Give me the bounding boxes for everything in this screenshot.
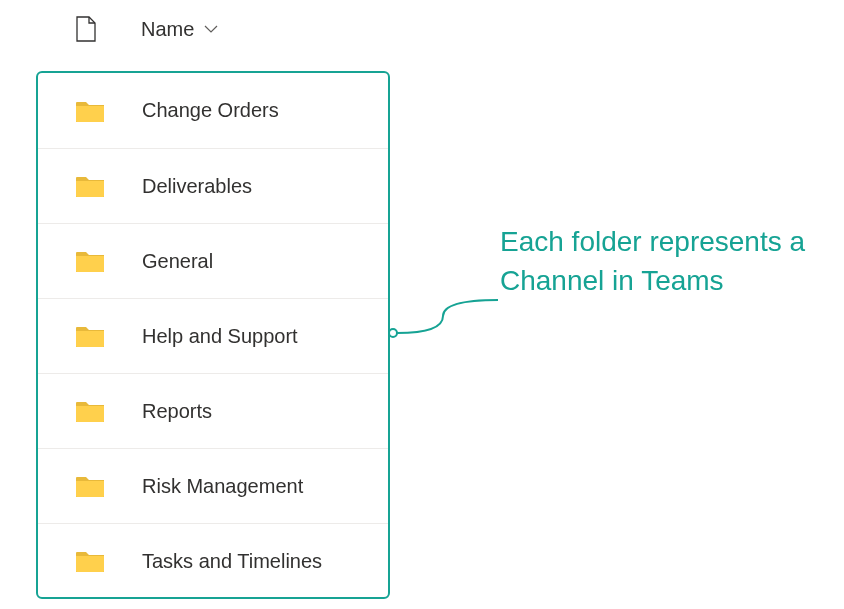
folder-name: Help and Support bbox=[142, 325, 298, 348]
folder-icon bbox=[76, 550, 104, 572]
list-item[interactable]: Change Orders bbox=[36, 73, 390, 148]
svg-point-0 bbox=[389, 329, 397, 337]
folder-name: Change Orders bbox=[142, 99, 279, 122]
folder-icon bbox=[76, 325, 104, 347]
list-item[interactable]: Help and Support bbox=[36, 298, 390, 373]
annotation-callout: Each folder represents a Channel in Team… bbox=[500, 222, 820, 300]
list-item[interactable]: General bbox=[36, 223, 390, 298]
folder-name: Deliverables bbox=[142, 175, 252, 198]
folder-list: Change Orders Deliverables General bbox=[36, 73, 390, 598]
folder-name: Tasks and Timelines bbox=[142, 550, 322, 573]
annotation-text: Each folder represents a Channel in Team… bbox=[500, 222, 820, 300]
folder-name: Risk Management bbox=[142, 475, 303, 498]
folder-icon bbox=[76, 100, 104, 122]
list-item[interactable]: Deliverables bbox=[36, 148, 390, 223]
column-header-row: Name bbox=[0, 0, 844, 58]
list-item[interactable]: Risk Management bbox=[36, 448, 390, 523]
name-column-header[interactable]: Name bbox=[141, 18, 218, 41]
annotation-connector bbox=[388, 298, 500, 338]
list-item[interactable]: Tasks and Timelines bbox=[36, 523, 390, 598]
folder-name: General bbox=[142, 250, 213, 273]
name-column-label: Name bbox=[141, 18, 194, 41]
folder-icon bbox=[76, 400, 104, 422]
file-type-column-icon bbox=[76, 16, 96, 42]
folder-icon bbox=[76, 475, 104, 497]
folder-name: Reports bbox=[142, 400, 212, 423]
folder-icon bbox=[76, 175, 104, 197]
folder-icon bbox=[76, 250, 104, 272]
chevron-down-icon bbox=[204, 22, 218, 36]
list-item[interactable]: Reports bbox=[36, 373, 390, 448]
